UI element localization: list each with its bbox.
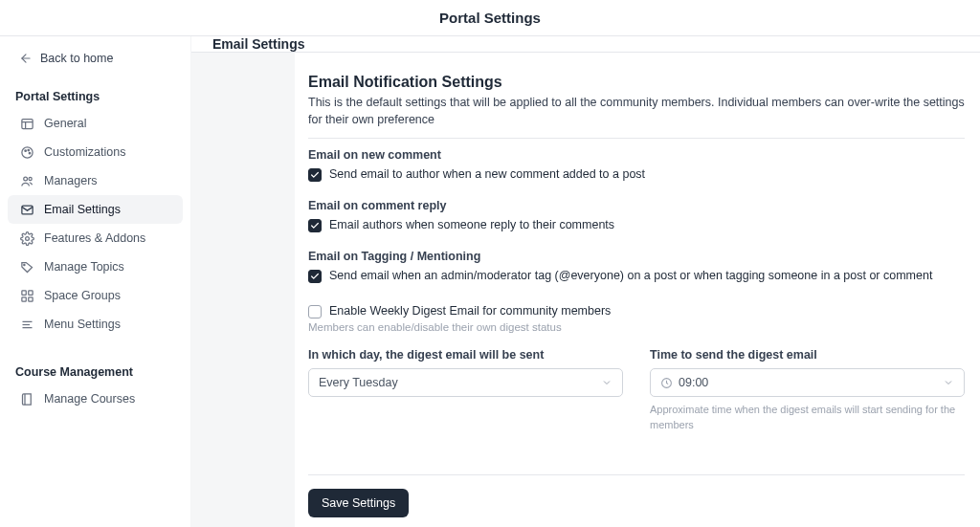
checkbox-tagging[interactable] [308, 270, 322, 283]
sidebar-item-email-settings[interactable]: Email Settings [8, 195, 183, 224]
checkbox-new-comment[interactable] [308, 168, 322, 182]
svg-point-4 [21, 146, 32, 157]
svg-point-8 [23, 177, 27, 181]
clock-icon [660, 377, 673, 389]
svg-rect-15 [21, 296, 25, 300]
sidebar-item-label: Customizations [44, 145, 125, 159]
digest-day-select[interactable]: Every Tuesday [308, 368, 623, 397]
digest-hint-text: Members can enable/disable their own dig… [308, 321, 965, 333]
sidebar-item-label: Manage Topics [44, 260, 124, 274]
sidebar: Back to home Portal Settings General Cus… [0, 36, 191, 527]
checkbox-label: Enable Weekly Digest Email for community… [329, 304, 611, 318]
sidebar-item-managers[interactable]: Managers [8, 166, 183, 195]
book-icon [19, 391, 34, 406]
digest-time-value: 09:00 [679, 376, 708, 389]
checkbox-weekly-digest[interactable] [308, 305, 322, 318]
sidebar-item-general[interactable]: General [8, 109, 183, 138]
svg-point-12 [23, 264, 24, 265]
sidebar-item-label: Space Groups [44, 289, 121, 302]
sidebar-item-label: Manage Courses [44, 392, 135, 406]
content-header: Email Settings [191, 36, 980, 53]
gear-icon [19, 231, 34, 246]
svg-rect-16 [28, 296, 32, 300]
arrow-left-icon [19, 52, 33, 65]
setting-label-comment-reply: Email on comment reply [308, 199, 965, 212]
layout-icon [19, 116, 34, 131]
back-label: Back to home [40, 52, 113, 65]
panel-description: This is the default settings that will b… [308, 94, 965, 139]
sidebar-item-label: Email Settings [44, 203, 121, 216]
digest-time-label: Time to send the digest email [650, 348, 965, 362]
sidebar-item-label: Features & Addons [44, 231, 145, 245]
divider [308, 474, 965, 475]
sidebar-item-customizations[interactable]: Customizations [8, 138, 183, 166]
svg-point-5 [24, 149, 26, 151]
digest-time-input[interactable]: 09:00 [650, 368, 965, 397]
digest-time-hint: Approximate time when the digest emails … [650, 403, 965, 432]
users-icon [19, 173, 34, 188]
checkbox-comment-reply[interactable] [308, 219, 322, 232]
checkbox-label: Send email when an admin/moderator tag (… [329, 269, 932, 282]
sidebar-item-features-addons[interactable]: Features & Addons [8, 224, 183, 253]
chevron-down-icon [601, 377, 612, 388]
content-gutter [191, 53, 295, 527]
digest-day-label: In which day, the digest email will be s… [308, 348, 623, 362]
grid-icon [19, 288, 34, 303]
save-button[interactable]: Save Settings [308, 489, 409, 517]
sidebar-group-course-management: Course Management [8, 360, 183, 384]
setting-label-new-comment: Email on new comment [308, 148, 965, 162]
checkbox-label: Send email to author when a new comment … [329, 167, 645, 181]
back-to-home-link[interactable]: Back to home [8, 48, 183, 78]
svg-rect-14 [28, 290, 32, 294]
menu-icon [19, 317, 34, 332]
setting-label-tagging: Email on Tagging / Mentioning [308, 250, 965, 263]
svg-point-9 [29, 177, 32, 180]
sidebar-item-space-groups[interactable]: Space Groups [8, 281, 183, 310]
panel-title: Email Notification Settings [308, 74, 965, 91]
sidebar-item-label: Menu Settings [44, 318, 121, 331]
sidebar-item-manage-courses[interactable]: Manage Courses [8, 384, 183, 413]
checkbox-label: Email authors when someone reply to thei… [329, 218, 614, 231]
svg-rect-1 [21, 119, 32, 128]
sidebar-item-label: Managers [44, 174, 98, 187]
page-title: Portal Settings [0, 0, 980, 36]
svg-point-11 [25, 236, 29, 240]
sidebar-item-menu-settings[interactable]: Menu Settings [8, 310, 183, 339]
tag-icon [19, 259, 34, 274]
svg-point-6 [28, 149, 30, 151]
sidebar-item-label: General [44, 117, 86, 130]
chevron-down-icon [943, 377, 954, 388]
palette-icon [19, 144, 34, 160]
mail-icon [19, 202, 34, 217]
sidebar-group-portal-settings: Portal Settings [8, 84, 183, 109]
svg-point-7 [29, 152, 31, 154]
svg-rect-13 [21, 290, 25, 294]
digest-day-value: Every Tuesday [319, 376, 398, 389]
sidebar-item-manage-topics[interactable]: Manage Topics [8, 253, 183, 281]
